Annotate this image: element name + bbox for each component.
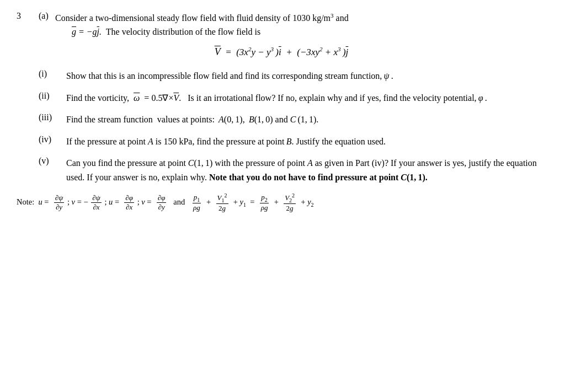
- sub-part-iv-label: (iv): [39, 135, 66, 144]
- velocity-formula: V = (3x2y − y3 )i + (−3xy2 + x3 )j: [215, 47, 349, 57]
- fraction-dpsi-dx: ∂ψ ∂x: [91, 194, 102, 211]
- sub-part-iv: (iv) If the pressure at point A is 150 k…: [39, 135, 546, 149]
- note-v-label1: v: [72, 197, 75, 206]
- p1-numerator: p1: [193, 193, 201, 204]
- fraction-p2-rhog: p2 ρg: [260, 193, 269, 212]
- p2-numerator: p2: [260, 193, 269, 204]
- sub-part-ii-text: Find the vorticity, ω = 0.5∇×V. Is it an…: [66, 91, 546, 105]
- page: 3 (a) Consider a two-dimensional steady …: [17, 11, 546, 213]
- note-v-label2: v: [141, 197, 145, 206]
- fraction-numerator-dphi2: ∂φ: [157, 194, 167, 203]
- sub-part-v-label: (v): [39, 156, 66, 166]
- sub-parts-container: (i) Show that this is an incompressible …: [39, 69, 546, 185]
- note-u-label2: u: [109, 197, 113, 206]
- g-bar-expression: g = −gj.: [72, 27, 104, 36]
- question-header: 3 (a) Consider a two-dimensional steady …: [17, 11, 546, 25]
- fraction-v1sq-2g: V12 2g: [216, 192, 228, 213]
- fraction-denominator-dy2: ∂y: [157, 203, 166, 212]
- bold-note: Note that you do not have to find pressu…: [209, 173, 428, 182]
- fraction-numerator-dpsi: ∂ψ: [54, 194, 65, 203]
- fraction-dpsi-dy: ∂ψ ∂y: [54, 194, 65, 211]
- fraction-v2sq-2g: V22 2g: [284, 192, 296, 213]
- fraction-dphi-dx: ∂φ ∂x: [124, 194, 134, 211]
- fraction-dphi-dy: ∂φ ∂y: [157, 194, 167, 211]
- p2-denominator: ρg: [260, 203, 269, 212]
- fraction-denominator-dx: ∂x: [92, 203, 100, 212]
- sub-part-iii-label: (iii): [39, 112, 66, 122]
- sub-part-iii-text: Find the stream function values at point…: [66, 112, 546, 127]
- sub-part-iv-text: If the pressure at point A is 150 kPa, f…: [66, 135, 546, 149]
- sub-part-v-text: Can you find the pressure at point C(1, …: [66, 156, 546, 184]
- velocity-formula-block: V = (3x2y − y3 )i + (−3xy2 + x3 )j: [17, 46, 546, 58]
- v2sq-numerator: V22: [284, 192, 296, 205]
- question-number: 3: [17, 11, 39, 21]
- fraction-denominator-dx2: ∂x: [125, 203, 134, 212]
- sub-part-i-text: Show that this is an incompressible flow…: [66, 69, 546, 83]
- p1-denominator: ρg: [192, 203, 201, 212]
- fraction-numerator-dpsi2: ∂ψ: [91, 194, 102, 203]
- sub-part-ii-label: (ii): [39, 91, 66, 101]
- v2sq-denominator: 2g: [285, 204, 295, 213]
- fraction-numerator-dphi: ∂φ: [124, 194, 134, 203]
- fraction-denominator-dy: ∂y: [55, 203, 63, 212]
- v1sq-denominator: 2g: [217, 204, 227, 213]
- v1sq-numerator: V12: [216, 192, 228, 205]
- note-label: Note:: [17, 197, 36, 206]
- fraction-p1-rhog: p1 ρg: [192, 193, 201, 212]
- sub-part-v: (v) Can you find the pressure at point C…: [39, 156, 546, 184]
- sub-part-iii: (iii) Find the stream function values at…: [39, 112, 546, 127]
- question-part-label: (a): [39, 11, 55, 21]
- question-intro-text: Consider a two-dimensional steady flow f…: [55, 11, 546, 25]
- g-bar-line: g = −gj. The velocity distribution of th…: [39, 27, 546, 37]
- note-u-def: u: [38, 197, 42, 206]
- note-section: Note: u = ∂ψ ∂y ; v = − ∂ψ ∂x ; u = ∂φ ∂…: [17, 192, 546, 213]
- sub-part-i-label: (i): [39, 69, 66, 79]
- sub-part-i: (i) Show that this is an incompressible …: [39, 69, 546, 83]
- density-superscript: 3: [331, 12, 334, 19]
- sub-part-ii: (ii) Find the vorticity, ω = 0.5∇×V. Is …: [39, 91, 546, 105]
